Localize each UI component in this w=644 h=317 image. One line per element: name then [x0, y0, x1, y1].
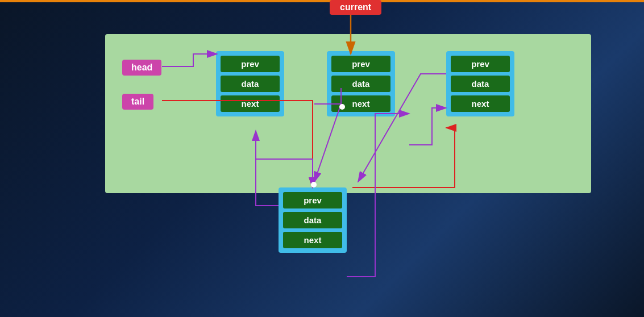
node-3-data: data	[451, 76, 510, 92]
node-4: prev data next	[279, 187, 347, 253]
node-1: prev data next	[216, 51, 284, 116]
dot-node2-prev	[339, 104, 345, 110]
node-2: prev data next	[327, 51, 395, 116]
top-border	[0, 0, 644, 2]
tail-label: tail	[122, 94, 153, 110]
node-1-data: data	[221, 76, 280, 92]
node-4-next: next	[283, 232, 342, 248]
current-label: current	[330, 0, 381, 15]
node-3-next: next	[451, 95, 510, 112]
main-container: prev data next prev data next prev data …	[105, 34, 591, 193]
node-4-prev: prev	[283, 192, 342, 208]
node-1-next: next	[221, 95, 280, 112]
head-label: head	[122, 60, 161, 76]
node-1-prev: prev	[221, 56, 280, 72]
node-3: prev data next	[446, 51, 514, 116]
node-4-data: data	[283, 212, 342, 228]
dot-node4-top	[311, 182, 317, 187]
node-3-prev: prev	[451, 56, 510, 72]
node-2-prev: prev	[331, 56, 390, 72]
node-2-next: next	[331, 95, 390, 112]
node-2-data: data	[331, 76, 390, 92]
